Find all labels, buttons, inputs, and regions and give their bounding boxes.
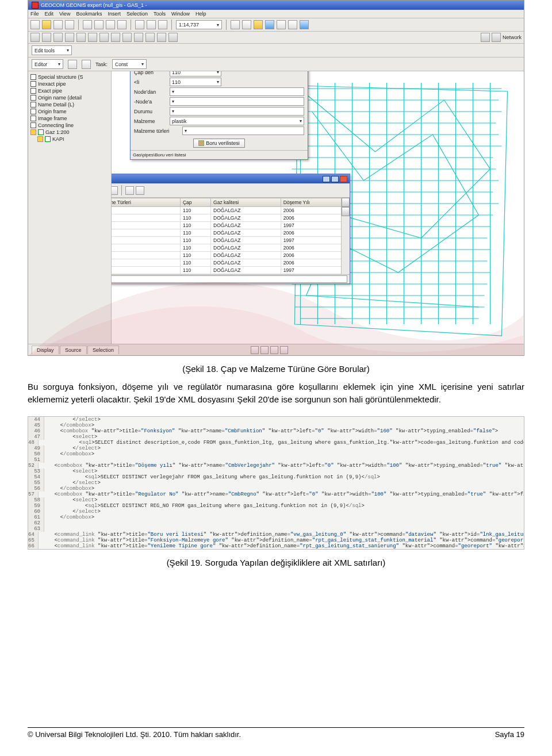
task-combo[interactable]: Const <box>112 59 147 69</box>
paste-icon[interactable] <box>106 20 115 29</box>
layer-item[interactable]: Origin frame <box>29 108 110 115</box>
nodea-input[interactable] <box>170 97 304 106</box>
filter-input[interactable] <box>112 275 347 283</box>
menu-view[interactable]: View <box>59 11 70 17</box>
zoom-in-icon[interactable] <box>65 33 74 42</box>
identify-icon[interactable] <box>145 33 155 42</box>
vertical-scrollbar[interactable] <box>341 198 350 274</box>
menu-edit[interactable]: Edit <box>45 11 54 17</box>
nav-last-icon[interactable] <box>280 346 288 354</box>
copy-icon[interactable] <box>94 20 103 29</box>
cut-icon[interactable] <box>83 20 92 29</box>
footer-page-number: Sayfa 19 <box>495 730 524 739</box>
edit-pointer-icon[interactable] <box>68 60 77 69</box>
table-row[interactable]: 1plastikPE110DOĞALGAZ2006 <box>112 207 350 214</box>
select-icon[interactable] <box>134 33 143 42</box>
table-header[interactable]: Gaz kalitesi <box>211 198 281 207</box>
table-row[interactable]: 3plastikPE110DOĞALGAZ1997 <box>112 222 350 229</box>
find-icon[interactable] <box>157 33 166 42</box>
dl-tb-8-icon[interactable] <box>112 186 118 195</box>
dl-tb-10-icon[interactable] <box>136 186 144 195</box>
close-icon[interactable] <box>340 176 347 182</box>
nav-next-icon[interactable] <box>270 346 278 354</box>
menu-window[interactable]: Window <box>171 11 190 17</box>
layer-child[interactable]: KAPI <box>29 136 110 143</box>
print-icon[interactable] <box>65 20 74 29</box>
open-icon[interactable] <box>42 20 51 29</box>
maximize-icon[interactable] <box>331 176 339 182</box>
delete-icon[interactable] <box>117 20 126 29</box>
malzeme-turleri-input[interactable] <box>182 126 304 135</box>
layer-item[interactable]: Name Detail (L) <box>29 101 110 108</box>
edit-tools-combo[interactable]: Edit tools <box>32 45 72 55</box>
tool4-icon[interactable] <box>265 20 274 29</box>
table-row[interactable]: 8plastikPE110DOĞALGAZ2006 <box>112 259 350 267</box>
layer-item[interactable]: Image frame <box>29 115 110 122</box>
table-header[interactable]: Döşeme Yılı <box>281 198 349 207</box>
tab-source[interactable]: Source <box>60 346 87 354</box>
durumu-input[interactable] <box>170 107 304 116</box>
tool1-icon[interactable] <box>231 20 240 29</box>
table-row[interactable]: 2plastikPE110DOĞALGAZ2006 <box>112 214 350 222</box>
table-row[interactable]: 4plastikPE110DOĞALGAZ2006 <box>112 229 350 237</box>
nav-first-icon[interactable] <box>251 346 259 354</box>
menu-insert[interactable]: Insert <box>108 11 121 17</box>
table-row[interactable]: 5plastikPE110DOĞALGAZ1997 <box>112 237 350 244</box>
full-extent-icon[interactable] <box>99 33 109 42</box>
layer-item[interactable]: Exact pipe <box>29 87 110 94</box>
menu-file[interactable]: File <box>30 11 39 17</box>
tool2-icon[interactable] <box>242 20 251 29</box>
save-icon[interactable] <box>53 20 63 29</box>
nav-tool-3-icon[interactable] <box>53 33 63 42</box>
layer-item[interactable]: Connecting line <box>29 122 110 129</box>
table-header[interactable]: Çap <box>180 198 210 207</box>
dl-tb-9-icon[interactable] <box>125 186 134 195</box>
table-row[interactable]: 9plastikPE110DOĞALGAZ1997 <box>112 267 350 274</box>
flag-icon[interactable] <box>492 33 501 42</box>
layer-item[interactable]: Inexact pipe <box>29 80 110 87</box>
editor-combo[interactable]: Editor <box>32 59 63 69</box>
redo-icon[interactable] <box>147 20 156 29</box>
code-line: </combobox> <box>44 423 94 428</box>
tab-selection[interactable]: Selection <box>87 346 119 354</box>
e-input[interactable]: 110 <box>170 78 221 86</box>
minimize-icon[interactable] <box>323 176 330 182</box>
tab-display[interactable]: Display <box>32 346 59 354</box>
map-canvas[interactable]: Query tool <box>112 71 524 344</box>
table-header[interactable]: Malzeme Türleri <box>112 198 180 207</box>
edit-sketch-icon[interactable] <box>82 60 91 69</box>
layer-item[interactable]: Special structure (S <box>29 74 110 80</box>
nav-tool-1-icon[interactable] <box>30 33 40 42</box>
scale-combo[interactable]: 1:14,737 <box>176 20 222 29</box>
menu-bookmarks[interactable]: Bookmarks <box>76 11 102 17</box>
zoom-out-icon[interactable] <box>76 33 86 42</box>
tool5-icon[interactable] <box>277 20 286 29</box>
table-row[interactable]: 6plastikPE110DOĞALGAZ2006 <box>112 244 350 252</box>
layer-group[interactable]: Gaz 1:200 <box>29 129 110 136</box>
malzeme-input[interactable]: plastik <box>170 117 304 125</box>
next-extent-icon[interactable] <box>122 33 132 42</box>
new-icon[interactable] <box>30 20 40 29</box>
pan-icon[interactable] <box>88 33 97 42</box>
layer-item[interactable]: Origin name (detail <box>29 94 110 101</box>
table-row[interactable]: 7plastikPE110DOĞALGAZ2006 <box>112 252 350 259</box>
network-icon[interactable] <box>481 33 490 42</box>
prev-extent-icon[interactable] <box>111 33 120 42</box>
tool7-icon[interactable] <box>300 20 309 29</box>
editor-row: Editor Task: Const <box>28 57 524 71</box>
gutter-line-number: 59 <box>28 503 44 509</box>
boru-verilistesi-button[interactable]: Boru verilistesi <box>193 139 245 148</box>
nav-tool-2-icon[interactable] <box>42 33 51 42</box>
nav-prev-icon[interactable] <box>260 346 269 354</box>
tool3-icon[interactable] <box>254 20 263 29</box>
nodedan-input[interactable] <box>170 87 304 96</box>
tool6-icon[interactable] <box>288 20 297 29</box>
menu-help[interactable]: Help <box>195 11 206 17</box>
undo-icon[interactable] <box>135 20 144 29</box>
measure-icon[interactable] <box>168 33 178 42</box>
durumu-label: Durumu <box>134 109 167 114</box>
cap-den-input[interactable]: 110 <box>170 71 221 76</box>
menu-tools[interactable]: Tools <box>154 11 166 17</box>
menu-selection[interactable]: Selection <box>126 11 148 17</box>
add-layer-icon[interactable] <box>158 20 167 29</box>
